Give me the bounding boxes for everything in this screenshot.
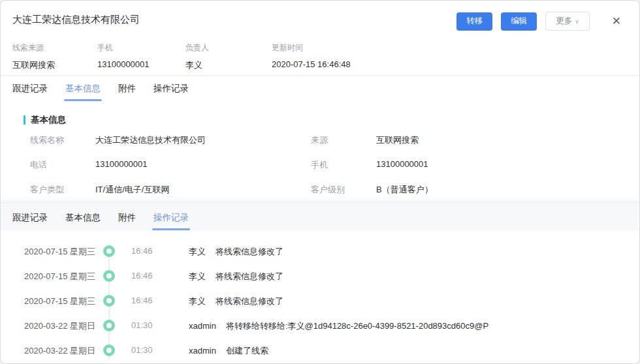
field-label: 来源: [311, 134, 376, 146]
timeline-dot-icon: [103, 320, 115, 331]
basic-info-fields: 线索名称大连工荣达信息技术有限公司来源互联网搜索电话13100000001手机1…: [30, 134, 626, 209]
timeline-time: 01:30: [131, 320, 153, 330]
header-actions: 转移 编辑 更多∨ ✕: [448, 12, 626, 31]
lead-summary: 线索来源互联网搜索手机13100000001负责人李义更新时间2020-07-1…: [1, 42, 639, 72]
summary-value: 13100000001: [97, 59, 150, 69]
field-label: 线索名称: [30, 134, 95, 146]
timeline-action: 将线索信息修改了: [216, 296, 283, 306]
field-value: IT/通信/电子/互联网: [95, 184, 169, 196]
operation-log-panel: 跟进记录基本信息附件操作记录 2020-07-15 星期三16:46李义将线索信…: [1, 203, 639, 363]
edit-button[interactable]: 编辑: [501, 12, 537, 31]
timeline-date: 2020-03-22 星期日: [24, 345, 95, 357]
field-value: 13100000001: [95, 159, 148, 169]
timeline-row: 2020-03-22 星期日01:30xadmin将转移给转移给:李义@1d94…: [1, 313, 639, 338]
more-button[interactable]: 更多∨: [545, 12, 590, 31]
basic-info-section-header: 基本信息: [24, 114, 66, 126]
summary-value: 2020-07-15 16:46:48: [272, 59, 351, 69]
timeline-dot-icon: [103, 270, 115, 282]
transfer-button[interactable]: 转移: [456, 12, 492, 31]
tabs-bottom: 跟进记录基本信息附件操作记录: [1, 204, 639, 231]
field-value: 13100000001: [376, 159, 428, 169]
field: 来源互联网搜索: [311, 134, 626, 159]
summary-column: 更新时间2020-07-15 16:46:48: [272, 42, 351, 69]
timeline-user: 李义: [189, 296, 206, 306]
summary-column: 负责人李义: [185, 42, 209, 71]
field: 手机13100000001: [311, 159, 626, 184]
timeline-dot-icon: [103, 295, 115, 307]
tab-基本信息[interactable]: 基本信息: [65, 204, 101, 231]
summary-label: 更新时间: [272, 42, 351, 53]
timeline-user: xadmin: [189, 321, 216, 331]
field-label: 客户类型: [30, 184, 95, 196]
tab-操作记录[interactable]: 操作记录: [153, 76, 189, 102]
summary-column: 线索来源互联网搜索: [12, 42, 55, 71]
summary-label: 手机: [97, 42, 150, 53]
timeline-entry: xadmin将转移给转移给:李义@1d94128c-26e0-4399-8521…: [189, 320, 488, 332]
timeline-row: 2020-07-15 星期三16:46李义将线索信息修改了: [1, 239, 639, 264]
timeline-action: 将转移给转移给:李义@1d94128c-26e0-4399-8521-20d89…: [226, 321, 488, 331]
timeline-entry: 李义将线索信息修改了: [189, 296, 283, 307]
timeline-date: 2020-03-22 星期日: [24, 320, 95, 332]
tab-基本信息[interactable]: 基本信息: [65, 76, 101, 102]
timeline-user: 李义: [189, 247, 206, 256]
timeline-action: 将线索信息修改了: [216, 271, 283, 281]
field-label: 电话: [30, 159, 95, 171]
timeline-dot-icon: [103, 245, 115, 257]
summary-column: 手机13100000001: [97, 42, 150, 69]
timeline-time: 16:46: [131, 296, 153, 305]
field: 线索名称大连工荣达信息技术有限公司: [30, 134, 311, 159]
timeline-date: 2020-07-15 星期三: [24, 246, 95, 258]
timeline-row: 2020-07-15 星期三16:46李义将线索信息修改了: [1, 264, 639, 288]
summary-label: 负责人: [185, 42, 209, 53]
tab-附件[interactable]: 附件: [118, 76, 136, 102]
section-accent-bar: [24, 115, 25, 125]
timeline-date: 2020-07-15 星期三: [24, 271, 95, 282]
more-button-label: 更多: [556, 16, 572, 25]
timeline-entry: 李义将线索信息修改了: [189, 271, 283, 282]
operation-timeline: 2020-07-15 星期三16:46李义将线索信息修改了2020-07-15 …: [1, 231, 639, 363]
summary-value: 李义: [185, 59, 209, 71]
close-icon[interactable]: ✕: [612, 16, 621, 27]
field-value: 互联网搜索: [376, 134, 419, 146]
timeline-time: 16:46: [131, 271, 153, 281]
field-value: B（普通客户）: [376, 184, 433, 196]
field-label: 客户级别: [311, 184, 376, 196]
summary-label: 线索来源: [12, 42, 55, 53]
field-value: 大连工荣达信息技术有限公司: [95, 134, 206, 146]
page-title: 大连工荣达信息技术有限公司: [12, 14, 140, 26]
chevron-down-icon: ∨: [575, 18, 579, 25]
timeline-row: 2020-07-15 星期三16:46李义将线索信息修改了: [1, 288, 639, 313]
summary-value: 互联网搜索: [12, 59, 55, 71]
tab-跟进记录[interactable]: 跟进记录: [12, 204, 48, 231]
lead-detail-panel: 大连工荣达信息技术有限公司 转移 编辑 更多∨ ✕ 线索来源互联网搜索手机131…: [0, 0, 640, 364]
timeline-entry: 李义将线索信息修改了: [189, 246, 283, 258]
timeline-action: 创建了线索: [226, 346, 268, 356]
timeline-action: 将线索信息修改了: [216, 247, 283, 256]
timeline-user: 李义: [189, 271, 206, 281]
tab-附件[interactable]: 附件: [118, 204, 136, 231]
section-title: 基本信息: [31, 114, 66, 126]
tab-操作记录[interactable]: 操作记录: [153, 204, 189, 231]
field-label: 手机: [311, 159, 376, 171]
timeline-dot-icon: [103, 344, 115, 356]
timeline-time: 01:30: [131, 345, 153, 355]
tabs-top: 跟进记录基本信息附件操作记录: [1, 76, 639, 102]
timeline-date: 2020-07-15 星期三: [24, 296, 95, 307]
timeline-entry: xadmin创建了线索: [189, 345, 268, 357]
timeline-time: 16:46: [131, 246, 153, 256]
tab-跟进记录[interactable]: 跟进记录: [12, 76, 48, 102]
timeline-row: 2020-03-22 星期日01:30xadmin创建了线索: [1, 338, 639, 363]
field: 电话13100000001: [30, 159, 311, 184]
timeline-user: xadmin: [189, 346, 216, 356]
